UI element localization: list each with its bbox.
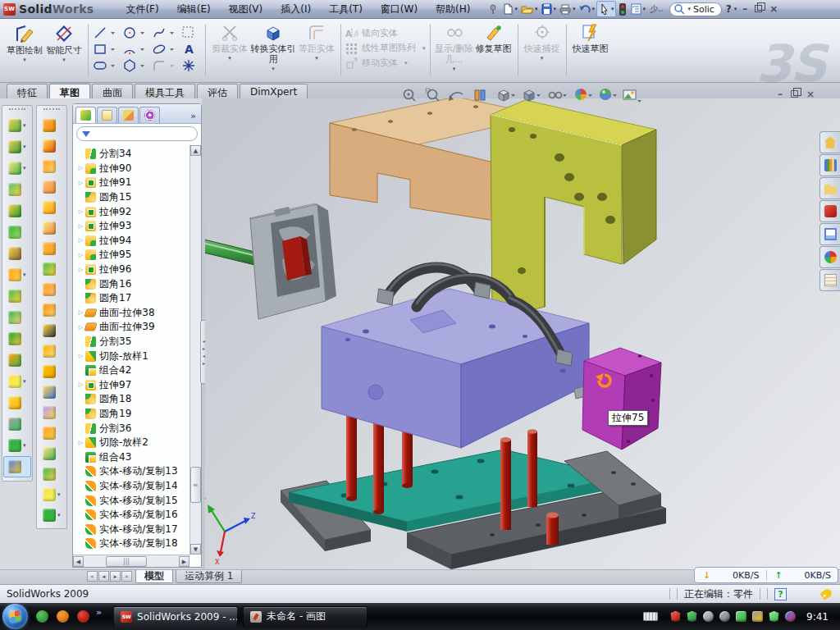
flex-icon[interactable]	[38, 381, 66, 402]
cm-tab-4[interactable]: 评估	[197, 84, 238, 98]
tab-nav-button-1[interactable]: ◂	[98, 571, 109, 582]
volume-icon[interactable]	[719, 611, 730, 622]
curved-surface-icon[interactable]	[38, 299, 66, 320]
document-tab-1[interactable]: 运动算例 1	[176, 570, 242, 583]
options-checklist-button[interactable]: ▾	[629, 2, 647, 16]
tree-item[interactable]: 实体-移动/复制18	[76, 536, 189, 551]
minimize-button[interactable]: –	[742, 3, 747, 15]
cm-tab-5[interactable]: DimXpert	[240, 84, 308, 98]
axis-icon[interactable]	[3, 413, 31, 435]
help-dropdown-arrow[interactable]: ▾	[734, 6, 737, 12]
heads-up-view-toolbar[interactable]	[399, 87, 645, 105]
rapid-sketch-button[interactable]: 快速草图	[571, 23, 610, 54]
cm-tab-2[interactable]: 曲面	[92, 84, 133, 98]
solidworks-resources-button[interactable]	[819, 200, 840, 222]
previous-view-icon[interactable]	[449, 93, 463, 101]
panel-overflow-button[interactable]: »	[190, 111, 199, 123]
scroll-right-arrow[interactable]: ▶	[179, 556, 189, 567]
dropdown-arrow[interactable]: ▾	[23, 272, 26, 278]
tree-item[interactable]: ▷拉伸91	[76, 176, 189, 190]
extruded-cut-icon[interactable]: ▾	[3, 136, 31, 158]
keyboard-layout-icon[interactable]	[643, 612, 658, 621]
security-shield-icon[interactable]	[687, 611, 697, 622]
stripper-clamp-olive[interactable]	[491, 100, 656, 320]
arc-tool-icon[interactable]	[125, 51, 135, 53]
close-button[interactable]: ×	[769, 3, 778, 15]
expand-arrow[interactable]: ▷	[76, 223, 85, 230]
surface-icon[interactable]	[38, 217, 66, 238]
curve-icon[interactable]: ▾	[3, 435, 31, 456]
file-explorer-button[interactable]	[819, 177, 840, 199]
document-tab-0[interactable]: 模型	[135, 570, 173, 583]
horizontal-scroll-thumb[interactable]: |||	[106, 556, 147, 567]
vertical-scroll-thumb[interactable]: ≡	[190, 467, 201, 503]
curve-icon[interactable]: ▾	[38, 504, 66, 525]
configurationmanager-tab[interactable]	[118, 107, 139, 123]
tree-item[interactable]: 实体-移动/复制17	[76, 522, 189, 536]
view-palette-button[interactable]	[819, 223, 840, 245]
reference-geometry-icon[interactable]: ▾	[38, 484, 66, 504]
network-speed-widget[interactable]: ↓ 0KB/S ↑ 0KB/S	[694, 567, 838, 583]
open-button[interactable]: ▾	[519, 2, 539, 16]
smart-dimension-dropdown-arrow[interactable]: ▾	[62, 57, 66, 63]
cm-tab-0[interactable]: 特征	[7, 84, 48, 98]
safety-status-icon[interactable]	[785, 611, 796, 622]
tree-item[interactable]: 分割34	[76, 147, 189, 162]
tree-filter-box[interactable]	[76, 126, 198, 141]
new-document-button[interactable]: ▾	[501, 2, 518, 16]
traffic-light-icon[interactable]	[617, 2, 628, 17]
circle-tool-icon[interactable]	[125, 28, 135, 38]
plane-icon[interactable]	[3, 392, 31, 413]
expand-arrow[interactable]: ▷	[76, 180, 85, 186]
tree-item[interactable]: 分割35	[76, 335, 189, 349]
measure-icon[interactable]	[3, 456, 31, 477]
slide-block-magenta[interactable]	[582, 348, 661, 450]
dropdown-arrow[interactable]: ▾	[23, 378, 26, 385]
repair-sketch-button[interactable]: 修复草图	[474, 23, 514, 54]
display-style-icon[interactable]	[524, 90, 541, 101]
featuremanager-tab[interactable]	[75, 107, 96, 123]
filled-surface-icon[interactable]	[38, 422, 66, 443]
sketch-fillet-icon[interactable]	[154, 62, 164, 71]
tree-vertical-scrollbar[interactable]: ▲ ≡ ▼	[189, 145, 201, 555]
dropdown-arrow[interactable]: ▾	[23, 442, 26, 449]
tree-item[interactable]: 实体-移动/复制14	[76, 479, 189, 494]
wedge-icon[interactable]	[3, 221, 31, 243]
sync-icon[interactable]	[736, 611, 746, 622]
tree-item[interactable]: 圆角15	[76, 190, 189, 205]
tree-item[interactable]: 组合43	[76, 450, 189, 464]
loft-icon[interactable]	[38, 176, 66, 197]
expand-arrow[interactable]: ▷	[76, 381, 85, 388]
tree-item[interactable]: 组合42	[76, 363, 189, 378]
doc-close-button[interactable]: ×	[806, 89, 815, 100]
messenger-icon[interactable]	[36, 610, 48, 623]
latch-lock-block[interactable]	[249, 203, 336, 319]
dimxpertmanager-tab[interactable]	[139, 107, 160, 123]
cm-tab-1[interactable]: 草图	[49, 84, 90, 99]
cavity-block-lavender[interactable]	[322, 289, 600, 448]
zoom-fit-icon[interactable]	[404, 90, 416, 102]
tree-horizontal-scrollbar[interactable]: ◀ ||| ▶	[73, 555, 189, 567]
health-shield-icon[interactable]	[769, 611, 779, 622]
revolve-cut-icon[interactable]	[38, 135, 66, 156]
antivirus-shield-icon[interactable]	[670, 611, 681, 622]
sweep-icon[interactable]	[38, 156, 66, 176]
tree-item[interactable]: ▷拉伸90	[76, 162, 189, 176]
tree-item[interactable]: 圆角17	[76, 291, 189, 306]
offset-surface-icon[interactable]	[38, 279, 66, 299]
tree-item[interactable]: ▷拉伸93	[76, 219, 189, 234]
convert-marquee-icon[interactable]	[183, 27, 193, 37]
expand-arrow[interactable]: ▷	[76, 165, 85, 171]
start-button[interactable]	[2, 604, 28, 629]
tree-item[interactable]: ▷切除-放样1	[76, 349, 189, 363]
convert-entities-dropdown-arrow[interactable]: ▾	[272, 66, 275, 72]
sketch-dropdown-arrow[interactable]: ▾	[23, 57, 26, 63]
tree-item[interactable]: 实体-移动/复制16	[76, 508, 189, 523]
expand-arrow[interactable]: ▷	[76, 353, 85, 359]
pattern-icon[interactable]: ▾	[3, 264, 31, 285]
network-warning-icon[interactable]	[752, 611, 763, 622]
menu-item-4[interactable]: 工具(T)	[320, 0, 372, 18]
search-scope-arrow[interactable]: ▾	[687, 6, 691, 12]
tree-item[interactable]: ▷拉伸92	[76, 204, 189, 219]
tree-item[interactable]: ▷曲面-拉伸38	[76, 306, 189, 321]
